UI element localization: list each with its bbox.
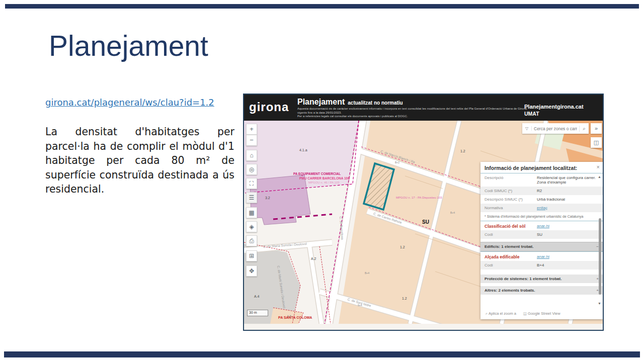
row-value: B+4 [537,263,599,267]
pa-comercial-line1: PA EQUIPAMENT COMERCIAL [293,172,341,175]
app-header: girona Planejamentactualitzat no normati… [244,95,603,121]
table-row: Codi SU [480,230,603,239]
zoom-out-button[interactable]: − [246,135,257,146]
search-icon[interactable]: ⌕ [579,126,589,132]
zoom-to-icon: ⌕ [486,311,488,316]
map-app-screenshot: girona Planejamentactualitzat no normati… [243,94,604,331]
pa-comercial-line3: MPGOU n. 46 / PA 103 [308,181,340,184]
collapsible-altres[interactable]: Altres: 2 elements trobats. + [480,286,603,295]
zone-label: 1.2 [460,149,465,153]
table-row: Codi SIMUC (*) R2 [480,187,603,195]
pa-santa-coloma-label: PA SANTA COLOMA [278,316,312,319]
app-disclaimer: Aquesta documentació és de caràcter excl… [297,107,534,119]
collapsible-label: Protecció de sistemes: 1 element trobat. [485,277,561,281]
body-paragraph: La densitat d'habitatges per parcel·la h… [45,125,234,197]
zone-label: 1.2 [400,245,405,249]
collapsible-label: Edificis: 1 element trobat. [485,244,533,249]
building-label: B+4 [450,211,455,214]
panel-scrollbar[interactable] [599,218,601,295]
app-title: Planejamentactualitzat no normatiu [297,98,403,107]
header-app-name[interactable]: Planejament [524,104,557,110]
collapse-panel-button[interactable]: » [591,123,602,134]
pa-mpgou17-label: MPGOU n. 17 - PA Dispositeu 103 [396,196,442,199]
panel-title: Informació de planejament localitzat: [480,162,603,173]
panel-footer: ⌕ Aplica el zoom a ◫ Google Street View [480,308,603,319]
home-button[interactable]: ⌂ [246,150,257,161]
zone-label-su: SU [422,219,429,225]
map-viewport[interactable]: C. de Narcís Blanch i Illa C. de Carles … [244,121,603,324]
table-row: Descripció SIMUC (*) Urbà tradicional [480,195,603,204]
slide: Planejament girona.cat/plageneral/ws/cla… [0,0,644,362]
zone-label: 4.1.a [299,148,307,152]
panel-footnote: * Sistema d'informació del planejament u… [480,212,603,221]
duplicate-view-button[interactable]: ◫ [591,137,602,148]
scale-bar: 30 m [247,310,268,316]
apply-zoom-label: Aplica el zoom a [489,311,516,316]
header-site-link[interactable]: girona.cat [557,104,584,110]
row-label: Codi [485,263,537,267]
normativa-link[interactable]: enllaç [537,206,599,210]
table-row: Descripció Residencial que configura car… [480,173,603,187]
anar-hi-link[interactable]: anar-hi [537,224,549,229]
locate-button[interactable]: ◎ [246,164,257,175]
search-input[interactable] [532,126,579,131]
row-label: Codi [485,232,537,237]
section-heading: Alçada edificable [485,254,537,259]
search-bar: ▽ ⌕ [522,123,589,134]
building-label: 9+4 [358,304,362,307]
section-heading: Classificació del sòl [485,224,537,229]
zoom-in-button[interactable]: + [246,124,257,135]
row-value: Residencial que configura carrer. Zona d… [537,175,599,185]
street-view-label: Google Street View [528,311,560,316]
row-value: Urbà tradicional [537,197,599,202]
row-label: Codi SIMUC (*) [485,189,537,193]
app-subtitle: actualitzat no normatiu [348,100,403,106]
row-label: Normativa [485,206,537,210]
info-panel: Informació de planejament localitzat: × … [480,162,603,319]
zone-label: A.4 [254,295,260,298]
girona-link[interactable]: girona.cat/plageneral/ws/clau?id=1.2 [45,97,214,108]
app-title-text: Planejament [297,98,345,106]
zone-label: A.2 [311,257,316,260]
print-button[interactable]: ⎙ [246,235,257,246]
table-row: Normativa enllaç [480,204,603,212]
disclaimer-line2: Per a referències legals cal consultar e… [297,115,408,118]
page-title: Planejament [49,29,208,62]
zone-label: 3.2 [265,196,270,200]
table-row: Codi B+4 [480,261,603,269]
apply-zoom-button[interactable]: ⌕ Aplica el zoom a [486,311,516,316]
header-org: UMAT [524,111,539,117]
collapsible-edificis[interactable]: Edificis: 1 element trobat. − [480,242,603,251]
section-alcada: Alçada edificable anar-hi [480,251,603,261]
bottom-accent-bar [4,351,640,357]
measure-button[interactable]: ⊞ [246,250,257,261]
basemap-button[interactable]: ▦ [246,207,257,218]
girona-logo: girona [249,100,289,114]
fullscreen-button[interactable]: ⛶ [246,178,257,189]
layers-button[interactable]: ◈ [246,221,257,232]
anar-hi-link[interactable]: anar-hi [537,254,549,259]
zone-label: 1.2 [402,297,407,300]
building-label: B+2 [395,161,399,164]
row-value: SU [537,232,599,237]
top-accent-bar [5,4,639,9]
street-view-button[interactable]: ◫ Google Street View [523,311,560,316]
collapsible-proteccio[interactable]: Protecció de sistemes: 1 element trobat.… [480,275,603,283]
street-view-icon: ◫ [523,311,527,316]
pa-comercial-line2: PMU CARRER BARCELONA 106 [299,176,350,180]
close-icon[interactable]: × [597,164,600,170]
scroll-down-icon[interactable]: ▼ [598,302,601,305]
row-label: Descripció [485,175,537,185]
collapsible-label: Altres: 2 elements trobats. [485,288,535,293]
disclaimer-line1: Aquesta documentació és de caràcter excl… [297,107,527,114]
info-table: Descripció Residencial que configura car… [480,173,603,212]
row-value: R2 [537,189,599,193]
row-label: Descripció SIMUC (*) [485,197,537,202]
building-label: B+4 [365,272,369,275]
search-filter-dropdown[interactable]: ▽ [522,126,532,131]
section-classificacio: Classificació del sòl anar-hi [480,221,603,230]
scroll-up-icon[interactable]: ▲ [598,175,601,178]
pan-button[interactable]: ✥ [246,265,257,277]
menu-button[interactable]: ☰ [246,192,257,203]
